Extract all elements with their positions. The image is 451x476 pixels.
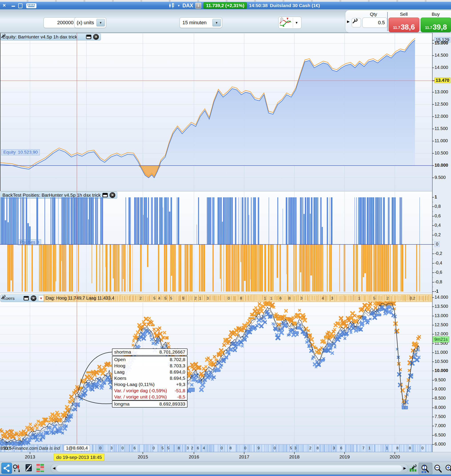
day-strip-digit: 1: [358, 296, 360, 301]
koers-axis-tick: [432, 334, 434, 334]
koers-axis-tick: [432, 435, 434, 436]
equity-axis-tick: [432, 178, 434, 178]
bar-countdown-badge: 9m21s: [433, 336, 449, 342]
equity-axis-label: 13.000: [435, 89, 448, 94]
equity-axis-tick: [432, 43, 434, 44]
backtest-axis-label: 1: [435, 194, 437, 200]
backtest-axis-tick: [432, 282, 434, 282]
year-label: 2018: [289, 454, 300, 460]
koers-axis-label: 12.000: [435, 331, 448, 336]
year-tick: [30, 452, 30, 454]
watermark-note: Data is ind: [39, 446, 60, 451]
tooltip-row: Koers8.694,5: [113, 375, 187, 381]
backtest-axis-label: 0,6: [435, 213, 441, 219]
equity-axis-label: 9.500: [435, 175, 446, 180]
zoom-range-button[interactable]: [420, 464, 429, 473]
equity-axis-tick: [432, 40, 434, 40]
longma-tooltip: longma8.692,89333: [112, 401, 188, 407]
year-tick: [395, 452, 395, 454]
equity-axis-tick: [432, 55, 434, 56]
charts-canvas[interactable]: [0, 0, 451, 476]
backtest-axis-tick: [432, 225, 434, 226]
year-label: 2016: [189, 454, 199, 460]
trade-price-flag: 1@8.680,4: [64, 445, 90, 451]
backtest-axis-tick: [432, 244, 434, 245]
volume-strip-digit: 6: [340, 446, 342, 451]
backtest-axis-label: -1: [435, 289, 438, 294]
longma-value: 8.692,89333: [159, 401, 185, 407]
tooltip-row: Hoog-Laag (0,11%)+9,3: [113, 381, 187, 388]
volume-strip-digit: 4: [203, 446, 205, 451]
koers-axis-label: 10.500: [435, 359, 448, 364]
day-strip-digit: 1: [264, 296, 266, 301]
koers-axis-tick: [432, 417, 434, 417]
year-label: 2013: [25, 454, 35, 460]
koers-axis-tick: [432, 307, 434, 307]
volume-strip-digit: 2: [309, 446, 311, 451]
day-highlow-readout: Dag: Hoog 11.749,7 Laag 11.433,4: [45, 295, 114, 301]
koers-axis-label: 8.000: [435, 405, 446, 410]
day-strip-digit: 0,2: [410, 296, 415, 301]
zoom-range-icon: [420, 464, 430, 474]
day-strip-digit: 5: [153, 296, 155, 301]
backtest-axis-label: 0,8: [435, 204, 441, 209]
equity-axis-label: 14.500: [435, 53, 448, 58]
tooltip-row: Var. / vorige unit (-0,10%)-8,5: [113, 394, 187, 400]
volume-strip-digit: 6: [197, 446, 199, 451]
backtest-axis-tick: [432, 263, 434, 263]
koers-axis-tick: [432, 343, 434, 344]
volume-strip-digit: 6: [133, 446, 136, 451]
volume-strip-digit: 8: [230, 446, 232, 451]
volume-strip-digit: 9: [257, 446, 259, 451]
year-label: 2020: [390, 454, 400, 460]
longma-label: longma: [114, 401, 130, 407]
volume-strip-digit: 5: [290, 446, 292, 451]
equity-axis-label: 10.500: [435, 150, 448, 156]
koers-axis-label: 13.000: [435, 313, 448, 318]
shortma-tooltip: shortma8.701,26667: [112, 348, 188, 356]
day-strip-digit: 8: [288, 296, 290, 301]
zoom-out-icon: [433, 464, 443, 474]
news-icon: [25, 463, 33, 472]
koers-axis-label: 7.500: [435, 414, 446, 419]
zoom-in-button[interactable]: [444, 464, 451, 473]
day-strip-digit: 2: [139, 296, 142, 301]
day-strip-digit: 0: [228, 296, 230, 301]
equity-axis-label: 11.000: [435, 138, 448, 143]
volume-strip-digit: 1: [386, 446, 388, 451]
koers-axis-tick: [432, 444, 434, 445]
zoom-out-button[interactable]: [433, 464, 442, 473]
backtest-axis-tick: [432, 207, 434, 207]
volume-strip-digit: 0: [99, 446, 101, 451]
koers-axis-label: 8.500: [435, 395, 446, 401]
koers-axis-tick: [432, 407, 434, 408]
volume-strip-digit: 8: [396, 446, 398, 451]
volume-strip-digit: 2: [191, 446, 193, 451]
koers-axis-tick: [432, 380, 434, 381]
day-strip-digit: 8: [240, 296, 242, 301]
day-strip-digit: 9: [182, 296, 184, 301]
tooltip-row: Open8.702,8: [113, 357, 187, 363]
koers-axis-label: 9.500: [435, 377, 446, 382]
equity-axis-label: 13.470: [435, 78, 450, 83]
backtest-axis-tick: [432, 235, 434, 235]
equity-axis-label: 14.000: [435, 65, 448, 70]
day-strip-digit: 3: [207, 296, 209, 301]
day-strip-digit: 5: [170, 296, 172, 301]
share-button[interactable]: [1, 463, 12, 474]
volume-strip-digit: 0: [221, 446, 223, 451]
koers-axis-tick: [432, 325, 434, 325]
volume-strip-digit: 3: [110, 446, 113, 451]
volume-strip-digit: 0: [153, 446, 155, 451]
equity-axis-label: 15.000: [435, 40, 448, 45]
koers-axis-label: 14.000: [435, 295, 448, 300]
backtest-axis-tick: [432, 197, 434, 198]
shortma-value: 8.701,26667: [159, 349, 185, 355]
share-icon: [1, 463, 12, 474]
day-strip-digit: 5: [164, 296, 166, 301]
koers-axis-label: 6.500: [435, 432, 446, 438]
koers-axis-tick: [432, 426, 434, 426]
day-strip-digit: 5: [373, 296, 375, 301]
koers-axis-label: 7.000: [435, 423, 446, 428]
year-tick: [244, 452, 244, 454]
